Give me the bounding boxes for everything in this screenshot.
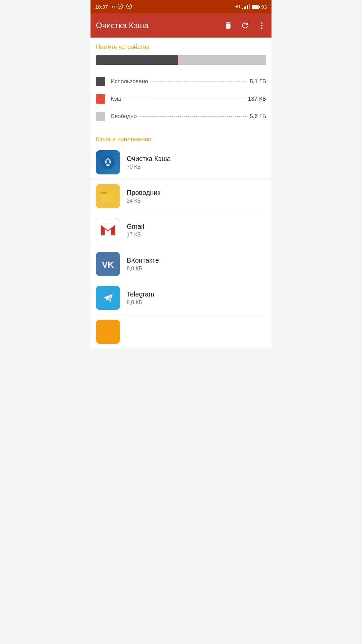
app-info-gmail: Gmail 17 КБ: [127, 223, 266, 238]
app-item-vk[interactable]: VK ВКонтакте 8,0 КБ: [90, 247, 272, 281]
svg-point-2: [261, 22, 262, 23]
used-value: 5,1 ГБ: [250, 78, 266, 85]
app-size-telegram: 8,0 КБ: [127, 300, 266, 306]
used-label: Использовано: [111, 78, 250, 85]
storage-legend: Использовано 5,1 ГБ Кэш 137 КБ Свободно …: [90, 71, 272, 130]
app-icon-partial: [96, 320, 120, 344]
free-value: 5,6 ГБ: [250, 113, 266, 120]
app-name-cache-cleaner: Очистка Кэша: [127, 155, 266, 163]
infinity-icon: ∞: [111, 3, 115, 10]
app-item-explorer[interactable]: Проводник 24 КБ: [90, 179, 272, 213]
check-circle2-icon: [126, 3, 132, 10]
status-bar: 10:37 ∞ 4G 93: [90, 0, 272, 13]
app-item-partial[interactable]: [90, 315, 272, 348]
status-time: 10:37: [95, 4, 108, 10]
app-name-vk: ВКонтакте: [127, 257, 266, 264]
cache-value: 137 КБ: [248, 96, 266, 102]
svg-point-5: [101, 156, 115, 169]
app-icon-gmail: [96, 218, 120, 242]
main-content: Память устройства Использовано 5,1 ГБ Кэ…: [90, 38, 272, 348]
cache-label: Кэш: [111, 96, 248, 102]
app-icon-vk: VK: [96, 252, 120, 276]
app-icon-cache-cleaner: [96, 150, 120, 174]
app-info-explorer: Проводник 24 КБ: [127, 189, 266, 204]
battery-level: 93: [261, 4, 267, 10]
legend-free: Свободно 5,6 ГБ: [96, 108, 266, 125]
legend-used: Использовано 5,1 ГБ: [96, 73, 266, 90]
page-title: Очистка Кэша: [96, 21, 224, 30]
storage-used-bar: [96, 55, 178, 65]
legend-cache: Кэш 137 КБ: [96, 90, 266, 108]
app-name-gmail: Gmail: [127, 223, 266, 230]
storage-title: Память устройства: [96, 44, 149, 50]
battery-icon: [252, 5, 259, 9]
app-name-telegram: Telegram: [127, 290, 266, 298]
app-icon-telegram: [96, 286, 120, 310]
storage-bar-container: [90, 54, 272, 71]
apps-title: Кэша в приложении: [96, 136, 152, 143]
free-label: Свободно: [111, 113, 250, 120]
apps-section-header: Кэша в приложении: [90, 130, 272, 146]
cache-color-swatch: [96, 94, 105, 104]
app-list: Очистка Кэша 70 КБ Проводник 24 КБ: [90, 146, 272, 348]
signal-icon: [242, 4, 250, 9]
app-size-explorer: 24 КБ: [127, 198, 266, 204]
status-right: 4G 93: [235, 4, 267, 10]
app-info-vk: ВКонтакте 8,0 КБ: [127, 257, 266, 272]
app-name-explorer: Проводник: [127, 189, 266, 197]
refresh-button[interactable]: [241, 21, 249, 30]
svg-point-4: [261, 27, 262, 29]
app-size-vk: 8,0 КБ: [127, 266, 266, 272]
app-item-gmail[interactable]: Gmail 17 КБ: [90, 213, 272, 247]
check-circle-icon: [117, 3, 123, 10]
app-info-cache-cleaner: Очистка Кэша 70 КБ: [127, 155, 266, 170]
storage-cache-bar: [178, 55, 178, 65]
app-icon-explorer: [96, 184, 120, 208]
toolbar: Очистка Кэша: [90, 13, 272, 38]
svg-rect-8: [101, 194, 115, 204]
storage-section-header: Память устройства: [90, 38, 272, 54]
app-info-telegram: Telegram 8,0 КБ: [127, 290, 266, 306]
svg-point-3: [261, 25, 262, 26]
status-left: 10:37 ∞: [95, 3, 132, 10]
app-item-telegram[interactable]: Telegram 8,0 КБ: [90, 281, 272, 315]
more-button[interactable]: [257, 21, 266, 30]
app-item-cache-cleaner[interactable]: Очистка Кэша 70 КБ: [90, 146, 272, 179]
used-color-swatch: [96, 77, 105, 86]
network-type: 4G: [235, 4, 240, 9]
app-size-cache-cleaner: 70 КБ: [127, 164, 266, 170]
storage-bar: [96, 55, 266, 65]
toolbar-actions: [224, 21, 266, 30]
delete-button[interactable]: [224, 21, 233, 30]
app-size-gmail: 17 КБ: [127, 232, 266, 238]
free-color-swatch: [96, 112, 105, 121]
svg-text:VK: VK: [102, 260, 114, 269]
